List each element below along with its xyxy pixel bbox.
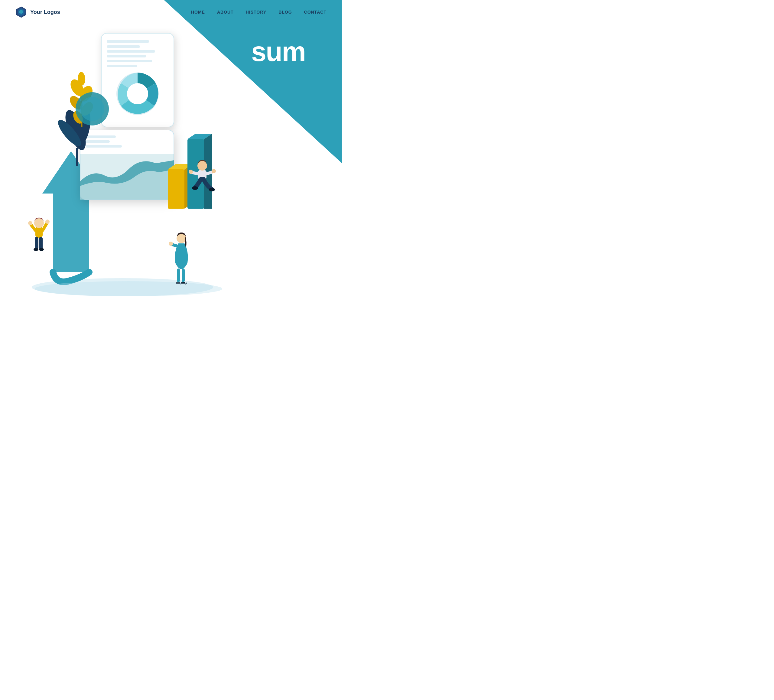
logo-text: Your Logos	[30, 9, 60, 15]
person-yellow	[28, 218, 50, 251]
hero-illustration	[9, 24, 245, 296]
svg-point-34	[34, 218, 44, 228]
svg-rect-47	[182, 268, 185, 282]
svg-rect-10	[107, 65, 137, 67]
svg-point-45	[169, 242, 173, 246]
hero-title: sum	[251, 36, 305, 68]
plant-teal	[76, 92, 109, 126]
svg-point-37	[33, 248, 38, 251]
svg-rect-15	[86, 136, 116, 138]
svg-point-38	[39, 248, 44, 251]
svg-rect-35	[35, 237, 38, 249]
svg-point-58	[35, 281, 222, 296]
logo-icon	[15, 6, 27, 18]
svg-point-41	[28, 221, 32, 225]
nav-about[interactable]: ABOUT	[217, 10, 234, 15]
svg-rect-5	[107, 40, 149, 43]
svg-point-55	[189, 170, 193, 174]
svg-point-12	[127, 83, 148, 104]
svg-rect-46	[177, 268, 180, 282]
report-card-back	[101, 33, 174, 127]
svg-rect-18	[168, 169, 184, 209]
svg-rect-16	[86, 140, 110, 143]
nav-home[interactable]: HOME	[191, 10, 205, 15]
svg-rect-7	[107, 50, 155, 53]
svg-point-32	[80, 97, 104, 121]
nav-blog[interactable]: BLOG	[278, 10, 292, 15]
svg-rect-17	[86, 145, 122, 147]
svg-rect-6	[107, 45, 140, 48]
logo-area: Your Logos	[15, 6, 60, 18]
svg-rect-8	[107, 55, 146, 58]
nav-history[interactable]: HISTORY	[246, 10, 266, 15]
svg-point-42	[45, 220, 50, 224]
svg-point-57	[212, 169, 216, 173]
analytics-card	[80, 130, 174, 200]
person-teal-woman	[169, 233, 188, 284]
nav-contact[interactable]: CONTACT	[304, 10, 326, 15]
svg-rect-33	[35, 227, 43, 238]
svg-rect-9	[107, 60, 152, 62]
header: Your Logos HOME ABOUT HISTORY BLOG CONTA…	[0, 0, 342, 24]
navigation: HOME ABOUT HISTORY BLOG CONTACT	[191, 10, 326, 15]
svg-point-52	[192, 186, 198, 190]
svg-point-53	[209, 188, 215, 191]
svg-rect-36	[39, 237, 43, 249]
